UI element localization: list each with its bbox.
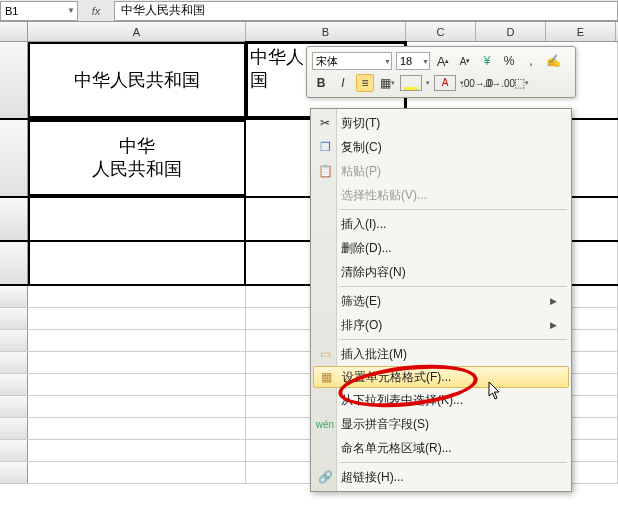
row-header-13[interactable] bbox=[0, 462, 28, 483]
name-box[interactable]: B1 ▼ bbox=[0, 1, 78, 21]
menu-name-range[interactable]: 命名单元格区域(R)... bbox=[311, 436, 571, 460]
menu-hyperlink[interactable]: 🔗超链接(H)... bbox=[311, 465, 571, 489]
menu-sort-label: 排序(O) bbox=[341, 317, 382, 334]
fill-color-button[interactable] bbox=[400, 75, 422, 91]
font-dropdown-icon: ▼ bbox=[384, 58, 391, 65]
borders-button[interactable]: ▦▾ bbox=[378, 74, 396, 92]
cell-A1-text: 中华人民共和国 bbox=[74, 68, 200, 92]
cell-A2-line2: 人民共和国 bbox=[92, 158, 182, 181]
menu-insert-comment[interactable]: ▭插入批注(M) bbox=[311, 342, 571, 366]
fx-icon[interactable]: fx bbox=[78, 5, 114, 17]
menu-delete[interactable]: 删除(D)... bbox=[311, 236, 571, 260]
cell-A2-line1: 中华 bbox=[119, 135, 155, 158]
menu-filter-label: 筛选(E) bbox=[341, 293, 381, 310]
select-all-corner[interactable] bbox=[0, 22, 28, 41]
cell-A7[interactable] bbox=[28, 330, 246, 351]
italic-button[interactable]: I bbox=[334, 74, 352, 92]
menu-dropdown-label: 从下拉列表中选择(K)... bbox=[341, 392, 463, 409]
size-dropdown-icon: ▼ bbox=[422, 58, 429, 65]
menu-name-range-label: 命名单元格区域(R)... bbox=[341, 440, 452, 457]
menu-format-cells-label: 设置单元格格式(F)... bbox=[342, 369, 451, 386]
row-header-9[interactable] bbox=[0, 374, 28, 395]
row-header-3[interactable] bbox=[0, 198, 28, 240]
cell-A4[interactable] bbox=[28, 242, 246, 284]
font-size-selector[interactable]: 18▼ bbox=[396, 52, 430, 70]
cell-B1-line2: 国 bbox=[250, 69, 268, 92]
menu-clear[interactable]: 清除内容(N) bbox=[311, 260, 571, 284]
menu-copy[interactable]: ❐复制(C) bbox=[311, 135, 571, 159]
cell-A5[interactable] bbox=[28, 286, 246, 307]
row-header-2[interactable] bbox=[0, 120, 28, 196]
copy-icon: ❐ bbox=[317, 139, 333, 155]
menu-separator bbox=[339, 462, 567, 463]
menu-cut[interactable]: ✂剪切(T) bbox=[311, 111, 571, 135]
cell-A1[interactable]: 中华人民共和国 bbox=[28, 42, 246, 118]
format-painter-button[interactable]: ✍ bbox=[544, 52, 562, 70]
row-header-11[interactable] bbox=[0, 418, 28, 439]
font-selector[interactable]: 宋体▼ bbox=[312, 52, 392, 70]
currency-button[interactable]: ¥ bbox=[478, 52, 496, 70]
cell-A13[interactable] bbox=[28, 462, 246, 483]
column-headers: A B C D E bbox=[0, 22, 618, 42]
menu-clear-label: 清除内容(N) bbox=[341, 264, 406, 281]
name-box-dropdown-icon[interactable]: ▼ bbox=[67, 6, 77, 15]
submenu-arrow-icon: ▶ bbox=[550, 296, 557, 306]
menu-paste-special: 选择性粘贴(V)... bbox=[311, 183, 571, 207]
format-cells-icon: ▦ bbox=[318, 369, 334, 385]
menu-paste: 📋粘贴(P) bbox=[311, 159, 571, 183]
comma-button[interactable]: , bbox=[522, 52, 540, 70]
row-header-5[interactable] bbox=[0, 286, 28, 307]
menu-phonetic[interactable]: wén显示拼音字段(S) bbox=[311, 412, 571, 436]
menu-format-cells[interactable]: ▦设置单元格格式(F)... bbox=[313, 366, 569, 388]
cell-A6[interactable] bbox=[28, 308, 246, 329]
phonetic-icon: wén bbox=[317, 416, 333, 432]
comment-icon: ▭ bbox=[317, 346, 333, 362]
col-header-C[interactable]: C bbox=[406, 22, 476, 41]
menu-hyperlink-label: 超链接(H)... bbox=[341, 469, 404, 486]
col-header-B[interactable]: B bbox=[246, 22, 406, 41]
row-header-8[interactable] bbox=[0, 352, 28, 373]
formula-input[interactable]: 中华人民共和国 bbox=[114, 1, 618, 21]
cell-A10[interactable] bbox=[28, 396, 246, 417]
fill-color-dropdown-icon[interactable]: ▾ bbox=[426, 79, 430, 87]
menu-dropdown-list[interactable]: 从下拉列表中选择(K)... bbox=[311, 388, 571, 412]
mini-toolbar: 宋体▼ 18▼ A▴ A▾ ¥ % , ✍ B I ≡ ▦▾ ▾ A▾ .00→… bbox=[306, 46, 576, 98]
grow-font-button[interactable]: A▴ bbox=[434, 52, 452, 70]
bold-button[interactable]: B bbox=[312, 74, 330, 92]
menu-insert[interactable]: 插入(I)... bbox=[311, 212, 571, 236]
submenu-arrow-icon: ▶ bbox=[550, 320, 557, 330]
merge-button[interactable]: ⬚▾ bbox=[512, 74, 530, 92]
menu-separator bbox=[339, 286, 567, 287]
align-center-button[interactable]: ≡ bbox=[356, 74, 374, 92]
percent-button[interactable]: % bbox=[500, 52, 518, 70]
menu-copy-label: 复制(C) bbox=[341, 139, 382, 156]
row-header-10[interactable] bbox=[0, 396, 28, 417]
hyperlink-icon: 🔗 bbox=[317, 469, 333, 485]
context-menu: ✂剪切(T) ❐复制(C) 📋粘贴(P) 选择性粘贴(V)... 插入(I)..… bbox=[310, 108, 572, 492]
col-header-A[interactable]: A bbox=[28, 22, 246, 41]
cell-A8[interactable] bbox=[28, 352, 246, 373]
row-header-6[interactable] bbox=[0, 308, 28, 329]
name-box-value: B1 bbox=[5, 5, 18, 17]
shrink-font-button[interactable]: A▾ bbox=[456, 52, 474, 70]
row-header-1[interactable] bbox=[0, 42, 28, 118]
paste-icon: 📋 bbox=[317, 163, 333, 179]
row-header-7[interactable] bbox=[0, 330, 28, 351]
menu-delete-label: 删除(D)... bbox=[341, 240, 392, 257]
menu-sort[interactable]: 排序(O)▶ bbox=[311, 313, 571, 337]
cell-A11[interactable] bbox=[28, 418, 246, 439]
row-header-4[interactable] bbox=[0, 242, 28, 284]
col-header-D[interactable]: D bbox=[476, 22, 546, 41]
cell-A9[interactable] bbox=[28, 374, 246, 395]
cell-A2[interactable]: 中华 人民共和国 bbox=[28, 120, 246, 196]
font-size: 18 bbox=[400, 55, 412, 67]
formula-bar: B1 ▼ fx 中华人民共和国 bbox=[0, 0, 618, 22]
cell-A12[interactable] bbox=[28, 440, 246, 461]
increase-decimal-button[interactable]: .0→.00 bbox=[490, 74, 508, 92]
row-header-12[interactable] bbox=[0, 440, 28, 461]
cell-A3[interactable] bbox=[28, 198, 246, 240]
col-header-E[interactable]: E bbox=[546, 22, 616, 41]
font-color-button[interactable]: A bbox=[434, 75, 456, 91]
menu-filter[interactable]: 筛选(E)▶ bbox=[311, 289, 571, 313]
formula-value: 中华人民共和国 bbox=[121, 2, 205, 19]
